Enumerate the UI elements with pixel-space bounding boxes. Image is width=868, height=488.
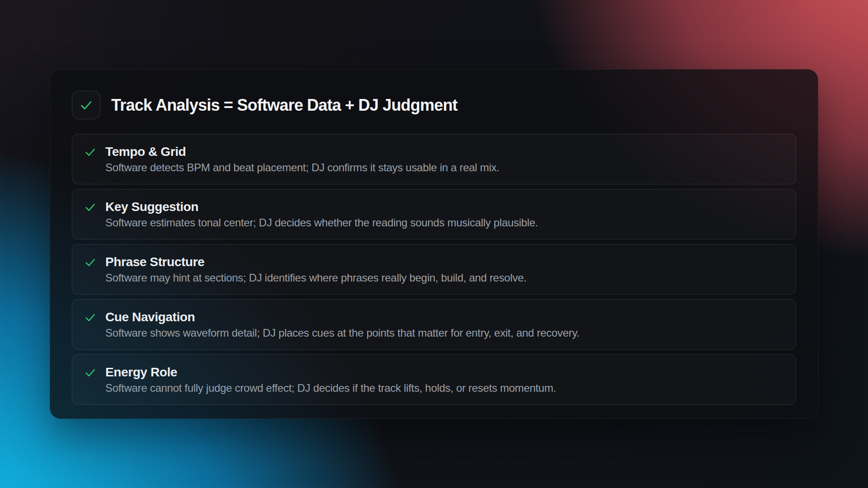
- header-check-badge: [72, 91, 100, 119]
- list-item-text: Key Suggestion Software estimates tonal …: [105, 199, 538, 230]
- page-title: Track Analysis = Software Data + DJ Judg…: [111, 96, 458, 114]
- check-icon: [84, 146, 96, 158]
- item-description: Software detects BPM and beat placement;…: [105, 161, 500, 174]
- item-title: Tempo & Grid: [105, 144, 500, 160]
- item-title: Key Suggestion: [105, 199, 538, 215]
- card-header: Track Analysis = Software Data + DJ Judg…: [72, 91, 796, 119]
- list-item: Energy Role Software cannot fully judge …: [72, 354, 796, 405]
- check-icon: [79, 98, 93, 112]
- analysis-card: Track Analysis = Software Data + DJ Judg…: [50, 69, 818, 419]
- item-description: Software estimates tonal center; DJ deci…: [105, 216, 538, 230]
- item-description: Software shows waveform detail; DJ place…: [105, 326, 580, 340]
- item-title: Cue Navigation: [105, 309, 580, 325]
- analysis-list: Tempo & Grid Software detects BPM and be…: [72, 134, 796, 405]
- item-description: Software cannot fully judge crowd effect…: [105, 381, 556, 395]
- list-item: Cue Navigation Software shows waveform d…: [72, 299, 796, 350]
- check-icon: [84, 256, 96, 268]
- list-item-text: Tempo & Grid Software detects BPM and be…: [105, 144, 500, 174]
- item-title: Energy Role: [105, 364, 556, 380]
- list-item: Tempo & Grid Software detects BPM and be…: [72, 134, 796, 184]
- list-item: Key Suggestion Software estimates tonal …: [72, 189, 796, 239]
- list-item: Phrase Structure Software may hint at se…: [72, 244, 796, 295]
- check-icon: [84, 311, 96, 324]
- check-icon: [84, 201, 96, 213]
- list-item-text: Energy Role Software cannot fully judge …: [105, 364, 556, 395]
- list-item-text: Phrase Structure Software may hint at se…: [105, 254, 527, 285]
- item-title: Phrase Structure: [105, 254, 527, 270]
- item-description: Software may hint at sections; DJ identi…: [105, 271, 527, 285]
- check-icon: [84, 366, 96, 379]
- list-item-text: Cue Navigation Software shows waveform d…: [105, 309, 580, 340]
